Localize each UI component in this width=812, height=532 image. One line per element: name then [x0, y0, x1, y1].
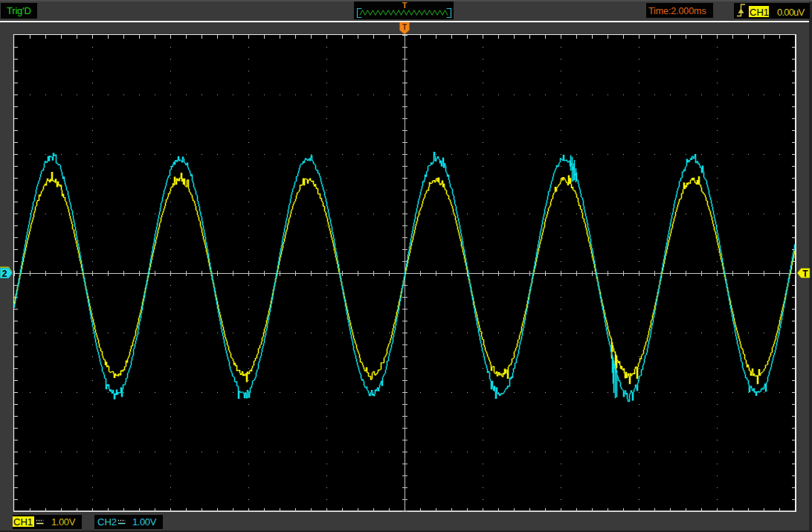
svg-text:2: 2: [2, 269, 7, 279]
svg-text:T: T: [402, 23, 407, 31]
svg-text:T: T: [402, 1, 407, 10]
svg-text:T: T: [802, 269, 808, 279]
